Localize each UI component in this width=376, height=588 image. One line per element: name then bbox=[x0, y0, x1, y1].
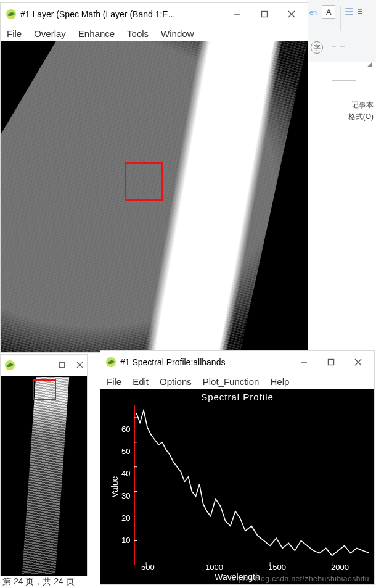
page-status-text: 第 24 页，共 24 页 bbox=[2, 576, 75, 587]
ribbon-font-box[interactable]: A bbox=[322, 5, 335, 19]
align-center-icon[interactable]: ≡ bbox=[340, 43, 345, 52]
menu-tools[interactable]: Tools bbox=[127, 28, 149, 39]
main-image-canvas[interactable] bbox=[1, 41, 308, 352]
profile-close-button[interactable] bbox=[345, 353, 372, 371]
overview-window bbox=[0, 354, 88, 576]
plot-title: Spectral Profile bbox=[100, 392, 374, 402]
ytick: 60 bbox=[121, 424, 130, 434]
spectral-plot-svg bbox=[134, 405, 369, 565]
spectral-profile-window: #1 Spectral Profile:allbands File Edit O… bbox=[100, 350, 375, 585]
ytick: 40 bbox=[121, 469, 130, 478]
main-menubar: File Overlay Enhance Tools Window bbox=[1, 25, 308, 41]
numbering-icon[interactable]: ≡ bbox=[357, 6, 362, 17]
minimize-button[interactable] bbox=[224, 5, 251, 23]
maximize-button[interactable] bbox=[251, 5, 278, 23]
ribbon-format-label[interactable]: 格式(O) bbox=[309, 112, 374, 122]
profile-maximize-button[interactable] bbox=[317, 353, 345, 371]
svg-rect-11 bbox=[329, 360, 334, 365]
main-roi-box[interactable] bbox=[125, 162, 163, 201]
ribbon-separator-2 bbox=[327, 39, 327, 56]
page-status: 第 24 页，共 24 页 bbox=[0, 576, 75, 588]
menu-file[interactable]: File bbox=[7, 28, 22, 39]
main-window-title: #1 Layer (Spec Math (Layer (Band 1:E... bbox=[20, 9, 224, 19]
svg-rect-2 bbox=[262, 12, 268, 17]
ribbon-placeholder-box bbox=[332, 80, 356, 96]
ribbon-notepad-label: 记事本 bbox=[309, 100, 374, 110]
overview-maximize-button[interactable] bbox=[59, 360, 65, 370]
profile-minimize-button[interactable] bbox=[290, 353, 317, 371]
plot-ylabel: Value bbox=[110, 476, 120, 498]
profile-menubar: File Edit Options Plot_Function Help bbox=[100, 373, 374, 389]
ytick: 10 bbox=[121, 536, 130, 545]
profile-titlebar: #1 Spectral Profile:allbands bbox=[100, 351, 374, 373]
menu-enhance[interactable]: Enhance bbox=[78, 28, 115, 39]
envi-app-icon-small bbox=[4, 360, 15, 371]
menu-window[interactable]: Window bbox=[161, 28, 194, 39]
overview-titlebar bbox=[1, 355, 87, 376]
profile-menu-plot-function[interactable]: Plot_Function bbox=[203, 376, 260, 387]
profile-window-title: #1 Spectral Profile:allbands bbox=[120, 357, 290, 367]
main-titlebar: #1 Layer (Spec Math (Layer (Band 1:E... bbox=[1, 3, 308, 25]
spectral-plot-area[interactable]: Spectral Profile Value Wavelength 10 20 … bbox=[100, 389, 374, 584]
bullets-icon[interactable]: ☰ bbox=[345, 6, 353, 18]
ytick: 20 bbox=[121, 513, 130, 523]
overview-roi-box[interactable] bbox=[33, 379, 56, 400]
ribbon-separator bbox=[340, 6, 341, 31]
overview-canvas[interactable] bbox=[1, 376, 87, 576]
ribbon-circle-icon[interactable]: 字 bbox=[311, 41, 323, 54]
envi-app-icon bbox=[6, 9, 17, 20]
profile-menu-file[interactable]: File bbox=[107, 376, 121, 387]
envi-app-icon-profile bbox=[105, 357, 116, 368]
ytick: 50 bbox=[121, 447, 130, 456]
overview-image-strip bbox=[22, 377, 69, 574]
profile-menu-edit[interactable]: Edit bbox=[133, 376, 149, 387]
overview-close-button[interactable] bbox=[76, 360, 83, 370]
svg-rect-6 bbox=[59, 362, 64, 367]
ytick: 30 bbox=[121, 491, 130, 500]
ribbon-lang-suffix: en bbox=[309, 9, 317, 16]
menu-overlay[interactable]: Overlay bbox=[34, 28, 66, 39]
dialog-launcher-icon[interactable]: ◢ bbox=[367, 60, 372, 67]
close-button[interactable] bbox=[278, 5, 305, 23]
profile-menu-help[interactable]: Help bbox=[270, 376, 289, 387]
profile-menu-options[interactable]: Options bbox=[160, 376, 192, 387]
main-image-window: #1 Layer (Spec Math (Layer (Band 1:E... … bbox=[0, 2, 308, 353]
watermark-text: https://blog.csdn.net/zhebushibiaoshifu bbox=[230, 574, 369, 583]
align-left-icon[interactable]: ≡ bbox=[331, 43, 336, 52]
